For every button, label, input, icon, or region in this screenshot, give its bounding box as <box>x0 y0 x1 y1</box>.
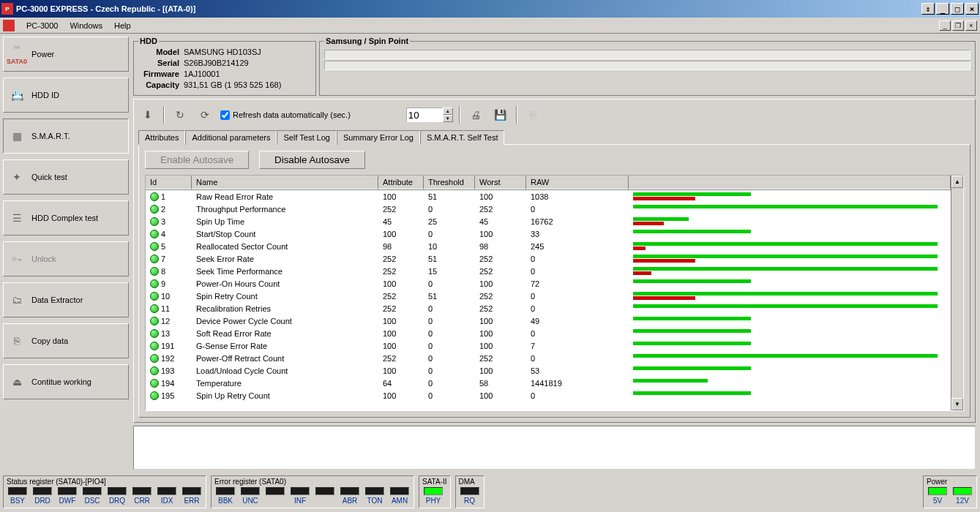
cell-thr: 0 <box>424 342 475 350</box>
table-row[interactable]: 5 Reallocated Sector Count 98 10 98 245 <box>146 240 951 252</box>
status-ok-icon <box>150 342 159 350</box>
sidebar-complex-test[interactable]: ☰ HDD Complex test <box>3 200 129 236</box>
scroll-down[interactable]: ▼ <box>951 398 963 410</box>
sidebar-smart[interactable]: ▦ S.M.A.R.T. <box>3 118 129 154</box>
print-button[interactable]: 🖨 <box>466 105 485 124</box>
table-row[interactable]: 11 Recalibration Retries 252 0 252 0 <box>146 302 951 315</box>
window-title: PC-3000 EXPRESS - Czech Republic - [(ATA… <box>16 4 921 13</box>
cell-attr: 100 <box>378 391 424 400</box>
menu-windows[interactable]: Windows <box>64 20 108 31</box>
col-attribute[interactable]: Attribute <box>378 176 424 189</box>
disable-autosave-button[interactable]: Disable Autosave <box>259 151 365 169</box>
col-name[interactable]: Name <box>192 176 378 189</box>
cell-name: Power-On Hours Count <box>192 279 378 288</box>
sidebar-copy-data[interactable]: ⎘ Copy data <box>3 323 129 358</box>
cell-id: 4 <box>161 230 165 238</box>
table-row[interactable]: 7 Seek Error Rate 252 51 252 0 <box>146 252 951 265</box>
mdi-minimize[interactable]: _ <box>939 20 951 31</box>
sidebar-continue[interactable]: ⏏ Contitue working <box>3 364 129 399</box>
cell-attr: 100 <box>378 192 424 201</box>
menu-pc3000[interactable]: PC-3000 <box>20 20 64 31</box>
col-worst[interactable]: Worst <box>475 176 526 189</box>
sidebar-unlock[interactable]: 🗝 Unlock <box>3 241 129 276</box>
col-id[interactable]: Id <box>146 176 192 189</box>
mdi-restore[interactable]: ❐ <box>952 20 964 31</box>
close-button[interactable]: × <box>965 3 979 15</box>
menu-help[interactable]: Help <box>108 20 137 31</box>
sidebar: ⎓ SATA0 Power 📇 HDD ID ▦ S.M.A.R.T. ✦ Qu… <box>0 34 132 473</box>
table-row[interactable]: 12 Device Power Cycle Count 100 0 100 49 <box>146 315 951 327</box>
table-row[interactable]: 9 Power-On Hours Count 100 0 100 72 <box>146 277 951 290</box>
read-button[interactable]: ⬇ <box>138 105 157 124</box>
auto-refresh-button[interactable]: ⟳ <box>195 105 214 124</box>
led-label-ERR: ERR <box>184 497 199 505</box>
cell-name: Soft Read Error Rate <box>192 329 378 338</box>
cell-id: 8 <box>161 267 165 276</box>
app-icon: P <box>1 3 13 15</box>
cell-attr: 100 <box>378 317 424 325</box>
tab-summary[interactable]: Summary Error Log <box>337 130 420 145</box>
cell-thr: 51 <box>424 255 475 263</box>
cell-worst: 252 <box>475 292 526 301</box>
save-button[interactable]: 💾 <box>491 105 510 124</box>
tab-smart-selftest[interactable]: S.M.A.R.T. Self Test <box>420 130 505 145</box>
led-label-DWF: DWF <box>59 497 76 505</box>
table-row[interactable]: 193 Load/Unload Cycle Count 100 0 100 53 <box>146 364 951 377</box>
table-row[interactable]: 10 Spin Retry Count 252 51 252 0 <box>146 290 951 302</box>
cell-attr: 252 <box>378 267 424 276</box>
table-row[interactable]: 8 Seek Time Performance 252 15 252 0 <box>146 265 951 277</box>
cell-id: 3 <box>161 217 165 226</box>
led-label-ABR: ABR <box>343 497 358 505</box>
sidebar-data-extractor-label: Data Extractor <box>31 295 83 304</box>
refresh-button[interactable]: ↻ <box>171 105 190 124</box>
progress-bar-1 <box>324 50 970 59</box>
col-raw[interactable]: RAW <box>526 176 629 189</box>
pin-button[interactable]: ⇕ <box>921 3 935 15</box>
interval-up[interactable]: ▲ <box>443 108 453 115</box>
copy-button[interactable]: ⎘ <box>523 105 542 124</box>
scroll-up[interactable]: ▲ <box>951 176 963 188</box>
table-row[interactable]: 3 Spin Up Time 45 25 45 16762 <box>146 215 951 227</box>
cell-worst: 100 <box>475 230 526 238</box>
interval-down[interactable]: ▼ <box>443 115 453 122</box>
table-row[interactable]: 2 Throughput Performance 252 0 252 0 <box>146 203 951 215</box>
minimize-button[interactable]: _ <box>936 3 949 15</box>
table-row[interactable]: 1 Raw Read Error Rate 100 51 100 1038 <box>146 190 951 203</box>
status-ok-icon <box>150 279 159 288</box>
cell-thr: 0 <box>424 304 475 313</box>
mdi-close[interactable]: × <box>965 20 977 31</box>
cell-attr: 100 <box>378 279 424 288</box>
tab-selftest[interactable]: Self Test Log <box>277 130 336 145</box>
led-AMN <box>390 487 409 495</box>
table-row[interactable]: 13 Soft Read Error Rate 100 0 100 0 <box>146 327 951 339</box>
bar-chart <box>633 205 943 213</box>
status-ok-icon <box>150 192 159 201</box>
auto-refresh-input[interactable] <box>220 110 230 120</box>
col-threshold[interactable]: Threshold <box>424 176 475 189</box>
enable-autosave-button[interactable]: Enable Autosave <box>145 151 249 169</box>
table-row[interactable]: 194 Temperature 64 0 58 1441819 <box>146 377 951 389</box>
cell-thr: 0 <box>424 391 475 400</box>
quick-test-icon: ✦ <box>10 170 24 184</box>
table-row[interactable]: 191 G-Sense Error Rate 100 0 100 7 <box>146 339 951 352</box>
interval-input[interactable] <box>406 108 443 122</box>
tab-attributes[interactable]: Attributes <box>138 130 185 145</box>
table-row[interactable]: 192 Power-Off Retract Count 252 0 252 0 <box>146 352 951 364</box>
bar-chart <box>633 242 943 250</box>
cell-raw: 49 <box>526 317 629 325</box>
cell-raw: 0 <box>526 329 629 338</box>
cell-name: Raw Read Error Rate <box>192 192 378 201</box>
table-row[interactable]: 4 Start/Stop Count 100 0 100 33 <box>146 227 951 240</box>
cell-attr: 252 <box>378 292 424 301</box>
sidebar-data-extractor[interactable]: 🗂 Data Extractor <box>3 282 129 317</box>
table-row[interactable]: 195 Spin Up Retry Count 100 0 100 0 <box>146 389 951 402</box>
sidebar-power[interactable]: ⎓ SATA0 Power <box>3 37 129 72</box>
tab-additional[interactable]: Additional parameters <box>185 130 277 145</box>
maximize-button[interactable]: □ <box>951 3 964 15</box>
data-extractor-icon: 🗂 <box>10 293 24 307</box>
sidebar-quick-test[interactable]: ✦ Quick test <box>3 159 129 195</box>
bar-chart <box>633 317 943 325</box>
cell-id: 7 <box>161 255 165 263</box>
auto-refresh-checkbox[interactable]: Refresh data automatically (sec.) <box>220 110 351 120</box>
sidebar-hdd-id[interactable]: 📇 HDD ID <box>3 78 129 113</box>
